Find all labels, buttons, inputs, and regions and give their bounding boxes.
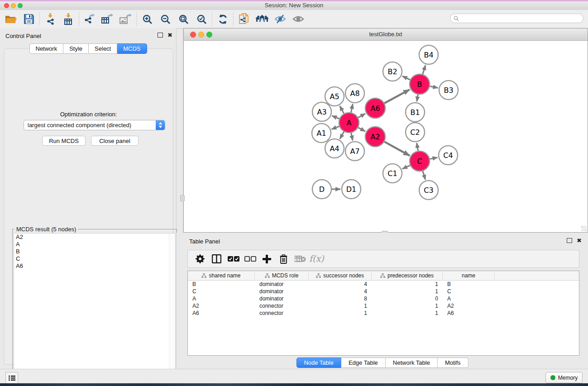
graph-edge-A-A8[interactable] [351,104,353,113]
table-cell[interactable]: connector [255,303,309,309]
graph-edge-A-A1[interactable] [331,126,339,129]
network-graph[interactable]: B4B2BB3A8A5A6A3B1AC2A1A2A4A7C4CC1DD1C3 [184,41,588,233]
column-header-shared-name[interactable]: shared name [188,271,255,280]
table-cell[interactable]: A2 [188,303,255,309]
delete-table-icon[interactable] [292,251,309,267]
table-cell[interactable]: 1 [372,281,443,287]
table-cell[interactable]: C [443,288,495,295]
search-input[interactable] [461,15,583,22]
network-canvas[interactable]: B4B2BB3A8A5A6A3B1AC2A1A2A4A7C4CC1DD1C3 [184,41,587,232]
table-cell[interactable]: A2 [443,303,495,309]
graph-edge-A-A2[interactable] [358,128,365,131]
export-network-icon[interactable] [81,11,99,27]
graph-edge-A-A6[interactable] [358,114,365,118]
table-cell[interactable]: C [188,288,255,295]
zoom-in-icon[interactable] [138,11,156,27]
homes-icon[interactable] [253,11,271,27]
table-cell[interactable]: connector [255,310,309,316]
table-cell[interactable]: A6 [443,310,495,316]
mcds-result-item[interactable]: A6 [14,262,175,270]
table-row[interactable]: Cdominator41C [188,288,579,295]
table-settings-icon[interactable] [191,251,208,267]
table-row[interactable]: Adominator80A [188,295,579,302]
open-file-icon[interactable] [2,11,20,27]
unselect-all-icon[interactable] [242,251,258,267]
import-network-icon[interactable] [41,11,59,27]
tab-edge-table[interactable]: Edge Table [341,357,386,368]
show-column-icon[interactable] [208,251,225,267]
list-scrollbar[interactable] [169,234,175,378]
network-window-titlebar[interactable]: testGlobe.txt [184,29,588,41]
graph-edge-C-C2[interactable] [417,143,418,151]
select-all-icon[interactable] [225,251,242,267]
mcds-result-list[interactable]: A2ABCA6 [14,233,176,379]
column-header-name[interactable]: name [443,271,495,280]
tab-motifs[interactable]: Motifs [438,357,468,368]
save-session-icon[interactable] [20,11,38,27]
zoom-out-icon[interactable] [156,11,174,27]
float-table-panel-icon[interactable] [567,238,572,243]
float-panel-icon[interactable] [158,33,163,38]
refresh-icon[interactable] [214,11,232,27]
close-panel-button[interactable]: Close panel [91,136,139,146]
tab-select[interactable]: Select [89,43,117,54]
table-cell[interactable]: A6 [188,310,255,316]
graph-edge-A-A5[interactable] [340,106,344,114]
table-row[interactable]: Bdominator41B [188,281,579,288]
table-cell[interactable]: 0 [372,295,443,302]
graph-edge-B-B2[interactable] [402,76,410,80]
column-header-predecessor-nodes[interactable]: predecessor nodes [372,271,443,280]
mcds-result-item[interactable]: B [14,248,175,255]
graph-edge-A-A4[interactable] [340,132,344,139]
column-header-MCDS-role[interactable]: MCDS role [255,271,309,280]
delete-column-icon[interactable] [275,251,292,267]
table-cell[interactable]: 1 [372,288,443,295]
table-row[interactable]: A2connector11A2 [188,302,579,310]
table-cell[interactable]: 1 [309,310,372,316]
table-cell[interactable]: 4 [309,281,372,287]
optimization-dropdown[interactable]: largest connected component (directed) [24,120,165,130]
table-cell[interactable]: A [443,295,495,302]
table-cell[interactable]: dominator [255,295,309,302]
show-details-icon[interactable] [289,11,307,27]
mcds-result-item[interactable]: A2 [14,234,175,241]
zoom-selected-icon[interactable] [192,11,210,27]
tab-network[interactable]: Network [29,43,63,54]
table-cell[interactable]: 1 [309,303,372,309]
graph-edge-A-A3[interactable] [332,116,339,119]
close-panel-icon[interactable]: ✖ [167,33,172,37]
import-table-icon[interactable] [59,11,77,27]
export-table-icon[interactable] [99,11,117,27]
table-cell[interactable]: B [443,281,495,287]
tab-mcds[interactable]: MCDS [117,43,147,54]
node-table[interactable]: shared nameMCDS rolesuccessor nodesprede… [187,271,579,356]
table-cell[interactable]: 8 [309,295,372,302]
resize-grip-icon[interactable] [581,226,587,231]
task-history-button[interactable] [5,372,18,384]
tab-style[interactable]: Style [63,43,89,54]
table-cell[interactable]: A [188,295,255,302]
table-cell[interactable]: 4 [309,288,372,295]
column-header-successor-nodes[interactable]: successor nodes [309,271,372,280]
new-network-from-selection-icon[interactable] [235,11,253,27]
graph-edge-A-A7[interactable] [351,133,353,141]
tab-network-table[interactable]: Network Table [386,357,438,368]
close-table-panel-icon[interactable]: ✖ [577,238,582,243]
graph-edge-C-C4[interactable] [430,157,438,159]
run-mcds-button[interactable]: Run MCDS [42,136,86,146]
mcds-result-item[interactable]: A [14,241,175,248]
tab-node-table[interactable]: Node Table [296,357,341,368]
hide-details-icon[interactable] [271,11,289,27]
table-cell[interactable]: dominator [255,281,309,287]
export-image-icon[interactable] [117,11,135,27]
graph-edge-B-B1[interactable] [417,95,418,102]
memory-button[interactable]: Memory [545,372,583,383]
graph-edge-B-B3[interactable] [430,86,438,88]
vertical-splitter-handle[interactable] [180,195,185,201]
table-cell[interactable]: 1 [372,310,443,316]
function-builder-icon[interactable]: f(x) [309,251,325,267]
search-box[interactable] [450,14,583,23]
table-cell[interactable]: dominator [255,288,309,295]
table-row[interactable]: A6connector11A6 [188,310,579,317]
mcds-result-item[interactable]: C [14,255,175,262]
